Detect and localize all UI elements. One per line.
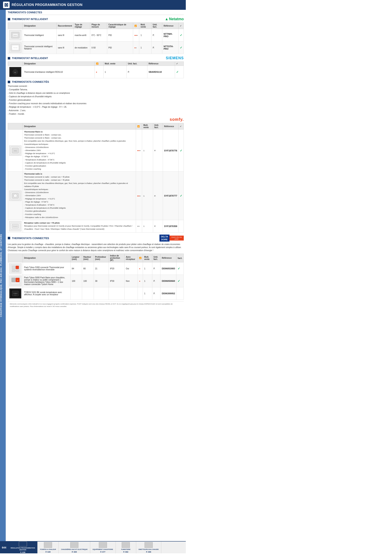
svg-rect-29 (12, 270, 15, 271)
product-name: TYBOX 5101 BK sonde température avec aff… (23, 287, 71, 300)
col-ip: Indice de protection (IP) (109, 254, 125, 262)
product-profondeur: 21 (94, 262, 109, 275)
col-profondeur: Profondeur (mm) (94, 254, 109, 262)
product-mult: 1 (139, 29, 151, 42)
product-raccordement: sans fil (57, 29, 73, 42)
product-check: ✓ (176, 275, 184, 287)
product-image: io (9, 191, 21, 201)
nav-item-3[interactable]: EQUIPEMENT CHAUFFERIE P. 677 (90, 541, 116, 553)
col-wifi: 📶 (136, 123, 142, 130)
product-ref: SYF1870359 (163, 220, 178, 232)
product-ip: IP30 (109, 275, 125, 287)
netatmo-table: Désignation Raccordement Type de réglage… (8, 22, 184, 54)
desc-line-6: - Réglage de température : +/-0,5°C - Pl… (8, 105, 184, 109)
table-row: Pack Tybox 5300 connecté Thermostat pour… (8, 262, 184, 275)
desc-line-7: - Autonomie : 2 ans. (8, 109, 184, 112)
product-ref: NTTOTH-PRO (162, 42, 179, 54)
product-mult: 1 (139, 42, 151, 54)
table-row: Thermostat Thermostat connecté intellige… (8, 42, 184, 54)
col-check: ✓ (175, 62, 184, 66)
product-unit: P. (151, 42, 162, 54)
col-check: fact. (176, 254, 184, 262)
siemens-header: THERMOSTAT INTELLIGENT SIEMENS (8, 56, 184, 60)
product-check: ✓ (178, 172, 184, 220)
product-unit: P. (152, 275, 160, 287)
nav-item-0[interactable]: RÉGULATION PROGRAMMATIONGESTION P. 638 (8, 541, 38, 553)
col-check: ✓ (178, 23, 184, 29)
section-indicator (8, 57, 10, 59)
top-header: RÉGULATION PROGRAMMATION GESTION (0, 0, 186, 10)
netatmo-section-title: THERMOSTAT INTELLIGENT (12, 18, 48, 21)
siemens-table: Désignation 📶 Mult. vente Unit. fact. Ré… (8, 61, 184, 78)
deltadore-header: THERMOSTATS CONNECTES DELTADORE Smart is… (8, 234, 184, 242)
nav-page-1: P. 649 (46, 551, 51, 553)
product-wifi (138, 287, 143, 300)
nav-label-2: CHAUDIÈRES GAZ ET ELECTRIQUE (61, 548, 88, 550)
product-name-bold: Récepteur radio contact sec + fil pilote (24, 222, 135, 224)
product-check: ✓ (175, 66, 184, 78)
product-ref: DD06050660 (160, 275, 176, 287)
nav-item-5[interactable]: EMETTEURS EAU CHAUDE P. 688 (136, 541, 161, 553)
svg-text:Récepteur: Récepteur (13, 226, 18, 227)
nav-item-1[interactable]: POMPES A CHALEUR P. 649 (38, 541, 59, 553)
product-mult: 1 (142, 220, 153, 232)
col-designation: Désignation (23, 23, 57, 29)
product-name-bold: Thermostat radio io (24, 173, 135, 175)
nav-label-4: FUMISTERIE (121, 548, 130, 550)
col-unit: Unit. fact. (152, 254, 160, 262)
nav-label-0: RÉGULATION PROGRAMMATIONGESTION (11, 547, 35, 551)
netatmo-logo: ▲ Netatmo (165, 17, 184, 21)
product-unit: P. (153, 130, 163, 172)
product-details: Thermostat filaire io Thermostat connect… (23, 130, 136, 172)
product-details: Récepteur radio contact sec + fil pilote… (23, 220, 136, 232)
nav-page-3: P. 677 (100, 551, 105, 553)
product-wifi: ●●● (136, 172, 142, 220)
main-title: RÉGULATION PROGRAMMATION GESTION (12, 3, 83, 7)
col-largeur: Largeur (mm) (71, 254, 82, 262)
product-image: Netatmo (9, 30, 21, 40)
svg-text:5101: 5101 (14, 294, 16, 296)
nav-label-3: EQUIPEMENT CHAUFFERIE (93, 548, 113, 550)
product-hauteur: 100 (82, 275, 94, 287)
product-largeur: 84 (71, 262, 82, 275)
svg-rect-27 (12, 266, 15, 269)
desc-line-1: - Compatible Tahoma. (8, 88, 184, 91)
product-image: Récepteur (9, 221, 21, 231)
product-mult: 1 (104, 66, 127, 78)
product-wifi: ● (138, 275, 143, 287)
product-name: Thermostat connecté intelligent Netatmo (23, 42, 57, 54)
product-carac: PID (107, 29, 133, 42)
product-name-bold: Thermostat filaire io (24, 131, 135, 133)
product-mult: 1 (143, 287, 152, 300)
table-row: 22° Thermostat d'ambiance intelligent RD… (8, 66, 184, 78)
section-indicator (8, 81, 10, 83)
nav-thumb-0 (19, 541, 27, 546)
product-mult: 1 (143, 275, 152, 287)
col-wifi: 📶 (138, 254, 143, 262)
somfy-table: Désignation 📶 Mult. vente Unit. fact. Ré… (8, 123, 184, 233)
product-recepteur (125, 287, 138, 300)
page-subtitle: THERMOSTATS CONNECTES (8, 10, 184, 15)
deltadore-section-title: THERMOSTATS CONNECTES (12, 237, 49, 240)
product-image: Thermostat (9, 43, 21, 53)
somfy-description: Thermostat connecté : - Compatible Tahom… (8, 85, 184, 116)
product-ip (109, 287, 125, 300)
product-details: Thermostat radio io Thermostat connecté … (23, 172, 136, 220)
nav-item-4[interactable]: FUMISTERIE P. 682 (116, 541, 136, 553)
nav-page-2: P. 669 (72, 551, 77, 553)
product-carac: PID (107, 42, 133, 54)
col-raccordement: Raccordement (57, 23, 73, 29)
product-ip: IP20 (109, 262, 125, 275)
nav-item-2[interactable]: CHAUDIÈRES GAZ ET ELECTRIQUE P. 669 (59, 541, 90, 553)
product-type-reglage: marche-arrêt (73, 29, 90, 42)
product-mult: 1 (142, 172, 153, 220)
col-hauteur: Hauteur (mm) (82, 254, 94, 262)
desc-line-8: - Fixation : murale. (8, 112, 184, 116)
section-indicator (8, 18, 10, 21)
product-wifi: ●● (133, 42, 139, 54)
product-bullets-3: Récepteur pour thermostat connecté V2 So… (24, 224, 135, 231)
col-check: ✓ (178, 123, 184, 130)
table-row: 🔥 Pack Tybox 5000 Pack filaire pour chau… (8, 275, 184, 287)
product-check: ✓ (176, 262, 184, 275)
product-check (178, 220, 184, 232)
